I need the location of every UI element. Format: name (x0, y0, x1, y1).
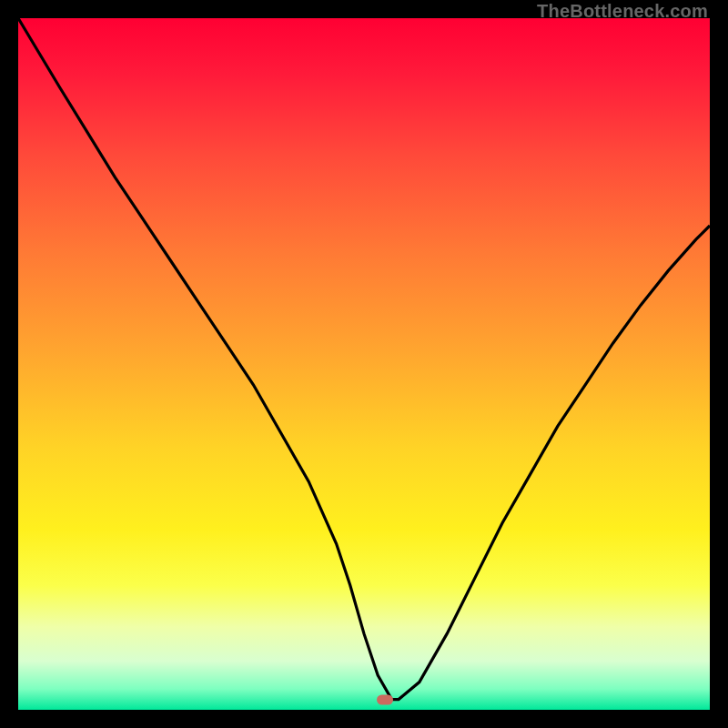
plot-area (18, 18, 710, 710)
curve-svg (18, 18, 710, 710)
optimum-marker (377, 694, 393, 704)
chart-frame: TheBottleneck.com (0, 0, 728, 728)
bottleneck-curve (18, 18, 710, 700)
